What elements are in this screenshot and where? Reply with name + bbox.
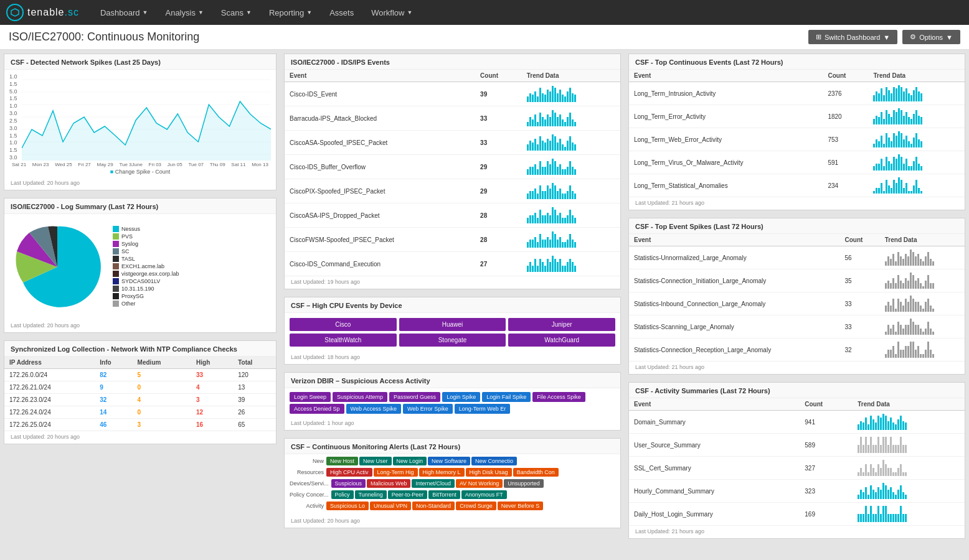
alert-tag[interactable]: Never Before S: [498, 502, 544, 510]
alert-tag[interactable]: Anonymous FT: [461, 490, 507, 499]
alert-tag[interactable]: New Connectio: [471, 457, 517, 465]
table-row: Cisco-IDS_Event 39: [285, 82, 620, 106]
alert-tag[interactable]: Suspicious Lo: [326, 502, 369, 510]
alert-tag[interactable]: Unsupported: [504, 479, 544, 488]
verizon-tag[interactable]: Password Guess: [389, 392, 440, 402]
col-count: Count: [823, 70, 868, 82]
panel5-last-updated: Last Updated: 18 hours ago: [285, 352, 620, 364]
col-count: Count: [475, 70, 522, 82]
table-row: CiscoASA-Spoofed_IPSEC_Packet 33: [285, 131, 620, 155]
cpu-device-button[interactable]: Cisco: [290, 318, 397, 331]
table-row: Statistics-Inbound_Connection_Large_Anom…: [629, 292, 965, 315]
alert-tag[interactable]: Internet/Cloud: [412, 479, 455, 488]
table-row: Daily_Host_Login_Summary 169: [629, 503, 965, 526]
col-ip: IP Address: [4, 357, 95, 369]
verizon-tag[interactable]: Long-Term Web Er: [455, 404, 510, 414]
verizon-tag[interactable]: Login Spike: [442, 392, 480, 402]
alert-row: Resources High CPU ActivLong-Term HigHig…: [290, 468, 615, 477]
panel-activity-summaries: CSF - Activity Summaries (Last 72 Hours)…: [628, 382, 965, 539]
col-medium: Medium: [133, 357, 191, 369]
pie-legend: Nessus PVS Syslog SC TASL EXCH1.acme.lab…: [113, 226, 179, 308]
table-row: CiscoPIX-Spoofed_IPSEC_Packet 29: [285, 179, 620, 203]
alert-tag[interactable]: Unusual VPN: [370, 502, 411, 510]
alert-tag[interactable]: BitTorrent: [428, 490, 460, 499]
table-row: Statistics-Connection_Initiation_Large_A…: [629, 269, 965, 292]
alert-tag[interactable]: New User: [359, 457, 392, 465]
table-row: Long_Term_Error_Activity 1820: [629, 105, 965, 128]
options-button[interactable]: ⚙ Options ▼: [902, 30, 960, 44]
alert-tag[interactable]: AV Not Working: [456, 479, 503, 488]
panel-verizon-title: Verizon DBIR – Suspicious Access Activit…: [285, 373, 620, 388]
logo[interactable]: tenable.sc: [6, 4, 79, 21]
alert-tag[interactable]: Crowd Surge: [456, 502, 496, 510]
table-row: Long_Term_Virus_Or_Malware_Activity 591: [629, 151, 965, 174]
alert-tag[interactable]: High Disk Usag: [466, 468, 512, 477]
alert-row: Activity Suspicious LoUnusual VPNNon-Sta…: [290, 502, 615, 510]
alert-tag[interactable]: New Login: [393, 457, 427, 465]
nav-reporting[interactable]: Reporting ▼: [260, 0, 321, 25]
alert-tag[interactable]: Tunneling: [355, 490, 387, 499]
alert-tag[interactable]: Peer-to-Peer: [388, 490, 428, 499]
verizon-tag[interactable]: Login Sweep: [290, 392, 331, 402]
verizon-tag[interactable]: Web Access Spike: [346, 404, 401, 414]
cpu-device-button[interactable]: Huawei: [399, 318, 506, 331]
alert-tag[interactable]: New Software: [428, 457, 470, 465]
cpu-device-button[interactable]: Juniper: [508, 318, 615, 331]
switch-dashboard-button[interactable]: ⊞ Switch Dashboard ▼: [808, 30, 897, 44]
table-row: 172.26.0.0/24 82 5 33 120: [4, 369, 276, 381]
nav-dashboard[interactable]: Dashboard ▼: [92, 0, 157, 25]
table-row: Cisco-IDS_Command_Execution 27: [285, 252, 620, 276]
alert-tag[interactable]: New Host: [326, 457, 358, 465]
verizon-tag[interactable]: Login Fail Spike: [482, 392, 531, 402]
nav-assets[interactable]: Assets: [321, 0, 362, 25]
alert-tag[interactable]: High Memory L: [419, 468, 465, 477]
table-row: 172.26.24.0/24 14 0 12 26: [4, 406, 276, 419]
verizon-tag[interactable]: Suspicious Attemp: [333, 392, 387, 402]
alert-tag[interactable]: Non-Standard: [412, 502, 455, 510]
alert-tag[interactable]: Long-Term Hig: [374, 468, 418, 477]
panel-alerts-title: CSF – Continuous Monitoring Alerts (Last…: [285, 439, 620, 454]
cpu-device-button[interactable]: StealthWatch: [290, 334, 397, 347]
alert-tag[interactable]: Policy: [331, 490, 354, 499]
nav-scans[interactable]: Scans ▼: [212, 0, 260, 25]
chevron-down-icon: ▼: [946, 34, 953, 41]
alert-tag[interactable]: High CPU Activ: [326, 468, 372, 477]
panel2-last-updated: Last Updated: 20 hours ago: [4, 320, 276, 332]
panel-high-cpu-title: CSF – High CPU Events by Device: [285, 297, 620, 313]
alert-tag[interactable]: Suspicious: [331, 479, 366, 488]
chevron-down-icon: ▼: [198, 9, 204, 16]
col-total: Total: [233, 357, 276, 369]
panel-log-summary: ISO/IEC27000 - Log Summary (Last 72 Hour…: [4, 198, 277, 333]
x-axis-labels: Sat 21Mon 23Wed 25Fri 27May 29Tue 3JuneF…: [9, 162, 271, 167]
panel7-last-updated: Last Updated: 20 hours ago: [285, 515, 620, 528]
grid-icon: ⊞: [816, 33, 821, 41]
panel8-last-updated: Last Updated: 21 hours ago: [629, 197, 965, 210]
line-chart: .lc{fill:none;stroke:#00bcd4;stroke-widt…: [22, 73, 271, 161]
nav-analysis[interactable]: Analysis ▼: [156, 0, 212, 25]
logo-icon: [6, 4, 24, 21]
panel-top-spikes-title: CSF - Top Event Spikes (Last 72 Hours): [629, 218, 965, 234]
panel-ids-ips: ISO/IEC27000 - IDS/IPS Events Event Coun…: [284, 54, 621, 289]
alert-row: New New HostNew UserNew LoginNew Softwar…: [290, 457, 615, 465]
table-row: Long_Term_Intrusion_Activity 2376: [629, 82, 965, 105]
cpu-device-button[interactable]: WatchGuard: [508, 334, 615, 347]
panel-top-continuous: CSF - Top Continuous Events (Last 72 Hou…: [628, 54, 965, 210]
middle-column: ISO/IEC27000 - IDS/IPS Events Event Coun…: [280, 50, 625, 560]
ntp-table: IP Address Info Medium High Total 172.26…: [4, 357, 276, 431]
verizon-tag[interactable]: Web Error Spike: [403, 404, 453, 414]
table-row: Statistics-Connection_Reception_Large_An…: [629, 338, 965, 362]
verizon-tag[interactable]: Access Denied Sp: [290, 404, 344, 414]
cpu-device-button[interactable]: Stonegate: [399, 334, 506, 347]
nav-workflow[interactable]: Workflow ▼: [362, 0, 421, 25]
col-info: Info: [95, 357, 132, 369]
left-column: CSF - Detected Network Spikes (Last 25 D…: [0, 50, 280, 560]
table-row: Hourly_Command_Summary 323: [629, 480, 965, 503]
table-row: Statistics-Unnormalized_Large_Anomaly 56: [629, 246, 965, 269]
ids-table: Event Count Trend Data Cisco-IDS_Event 3…: [285, 70, 620, 276]
alert-tag[interactable]: Bandwidth Con: [513, 468, 559, 477]
col-trend: Trend Data: [522, 70, 620, 82]
verizon-tag[interactable]: File Access Spike: [532, 392, 585, 402]
dashboard-grid: CSF - Detected Network Spikes (Last 25 D…: [0, 50, 969, 560]
panel4-last-updated: Last Updated: 19 hours ago: [285, 276, 620, 289]
alert-tag[interactable]: Malicious Web: [367, 479, 410, 488]
